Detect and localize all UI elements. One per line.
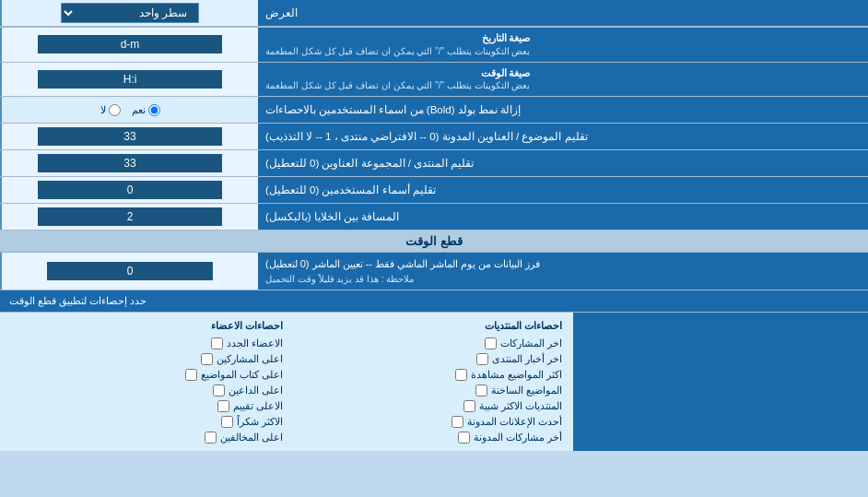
cell-spacing-input[interactable] bbox=[38, 207, 222, 226]
time-cut-section-title: قطع الوقت bbox=[405, 234, 463, 248]
radio-no-label: لا bbox=[100, 104, 121, 116]
checkbox-item-top-rated: الاعلى تقييم bbox=[11, 400, 283, 412]
members-stats-col: احصاءات الاعضاء الاعضاء الجدد اعلى المشا… bbox=[7, 316, 287, 447]
time-format-sub-label: بعض التكوينات يتطلب "/" التي يمكن ان تضا… bbox=[265, 79, 530, 92]
forum-titles-input-cell bbox=[0, 150, 258, 176]
date-format-input[interactable] bbox=[38, 35, 222, 53]
time-format-input-cell bbox=[0, 63, 258, 97]
forum-stats-header: احصاءات المنتديات bbox=[290, 320, 562, 332]
checkbox-top-violators[interactable] bbox=[205, 432, 217, 444]
members-stats-header: احصاءات الاعضاء bbox=[11, 320, 283, 332]
cell-spacing-input-cell bbox=[0, 204, 258, 230]
bold-remove-no-radio[interactable] bbox=[109, 104, 121, 116]
time-cut-section-header: قطع الوقت bbox=[0, 231, 868, 253]
time-format-input[interactable] bbox=[38, 70, 222, 89]
checkbox-item-top-violators: اعلى المخالفين bbox=[11, 432, 283, 444]
topic-titles-label-text: تقليم الموضوع / العناوين المدونة (0 -- ا… bbox=[265, 129, 588, 144]
display-select[interactable]: سطر واحد سطرين ثلاثة أسطر bbox=[61, 3, 199, 23]
usernames-label: تقليم أسماء المستخدمين (0 للتعطيل) bbox=[258, 177, 868, 203]
checkbox-most-viewed[interactable] bbox=[455, 369, 467, 381]
stats-checkboxes-container: احصاءات المنتديات اخر المشاركات اخر أخبا… bbox=[0, 313, 573, 451]
stats-apply-label-text: حدد إحصاءات لتطبيق قطع الوقت bbox=[9, 295, 147, 307]
time-cut-label: فرز البيانات من يوم الماشر الماشي فقط --… bbox=[258, 253, 868, 290]
time-cut-main-label: فرز البيانات من يوم الماشر الماشي فقط --… bbox=[265, 256, 540, 272]
checkbox-item-similar-forums: المنتديات الاكثر شبية bbox=[290, 400, 562, 412]
header-row: العرض سطر واحد سطرين ثلاثة أسطر bbox=[0, 0, 868, 28]
time-cut-input-cell bbox=[0, 253, 258, 290]
cell-spacing-label-text: المسافة بين الخلايا (بالبكسل) bbox=[265, 209, 399, 224]
stats-side-label bbox=[573, 313, 868, 451]
bold-remove-label: إزالة نمط بولد (Bold) من اسماء المستخدمي… bbox=[258, 97, 868, 123]
checkbox-top-inviters-label: اعلى الداعين bbox=[229, 385, 283, 396]
topic-titles-input[interactable] bbox=[38, 127, 222, 146]
checkbox-forum-news-label: اخر أخبار المنتدى bbox=[492, 353, 562, 365]
checkbox-forum-news[interactable] bbox=[476, 353, 488, 365]
checkbox-top-writers[interactable] bbox=[185, 369, 197, 381]
checkbox-last-posts[interactable] bbox=[485, 337, 497, 349]
time-cut-input[interactable] bbox=[47, 262, 213, 280]
checkbox-latest-announcements[interactable] bbox=[452, 416, 463, 428]
checkbox-top-rated[interactable] bbox=[217, 400, 229, 412]
date-format-row: صيغة التاريخ بعض التكوينات يتطلب "/" الت… bbox=[0, 28, 868, 63]
stats-section: احصاءات المنتديات اخر المشاركات اخر أخبا… bbox=[0, 313, 868, 451]
forum-titles-input[interactable] bbox=[38, 154, 222, 172]
checkbox-hot-topics[interactable] bbox=[475, 385, 487, 396]
usernames-row: تقليم أسماء المستخدمين (0 للتعطيل) bbox=[0, 177, 868, 204]
date-format-sub-label: بعض التكوينات يتطلب "/" التي يمكن ان تضا… bbox=[265, 45, 530, 58]
radio-no-text: لا bbox=[100, 104, 106, 116]
checkbox-item-hot-topics: المواضيع الساخنة bbox=[290, 385, 562, 396]
checkbox-top-posters-label: اعلى المشاركين bbox=[217, 353, 283, 365]
cell-spacing-row: المسافة بين الخلايا (بالبكسل) bbox=[0, 204, 868, 231]
checkbox-item-most-thanks: الاكثر شكراً bbox=[11, 416, 283, 428]
checkbox-last-posts-label: اخر المشاركات bbox=[500, 337, 562, 349]
checkbox-item-top-inviters: اعلى الداعين bbox=[11, 385, 283, 396]
topic-titles-row: تقليم الموضوع / العناوين المدونة (0 -- ا… bbox=[0, 124, 868, 150]
checkbox-latest-announcements-label: أحدث الإعلانات المدونة bbox=[467, 416, 562, 428]
checkbox-item-most-viewed: اكثر المواضيع مشاهدة bbox=[290, 369, 562, 381]
checkbox-new-members[interactable] bbox=[211, 337, 223, 349]
header-label: العرض bbox=[258, 0, 868, 26]
checkbox-item-top-posters: اعلى المشاركين bbox=[11, 353, 283, 365]
usernames-input[interactable] bbox=[38, 181, 222, 199]
checkbox-most-thanks[interactable] bbox=[221, 416, 233, 428]
checkbox-new-members-label: الاعضاء الجدد bbox=[227, 337, 283, 349]
main-container: العرض سطر واحد سطرين ثلاثة أسطر صيغة الت… bbox=[0, 0, 868, 451]
checkbox-item-blog-posts: أخر مشاركات المدونة bbox=[290, 432, 562, 444]
topic-titles-label: تقليم الموضوع / العناوين المدونة (0 -- ا… bbox=[258, 124, 868, 149]
checkbox-most-thanks-label: الاكثر شكراً bbox=[237, 416, 283, 428]
checkbox-item-new-members: الاعضاء الجدد bbox=[11, 337, 283, 349]
checkbox-blog-posts[interactable] bbox=[458, 432, 470, 444]
checkbox-similar-forums[interactable] bbox=[463, 400, 475, 412]
usernames-label-text: تقليم أسماء المستخدمين (0 للتعطيل) bbox=[265, 183, 436, 197]
bold-remove-radio-cell: نعم لا bbox=[0, 97, 258, 123]
date-format-label: صيغة التاريخ بعض التكوينات يتطلب "/" الت… bbox=[258, 28, 868, 62]
usernames-input-cell bbox=[0, 177, 258, 203]
checkbox-top-writers-label: اعلى كتاب المواضيع bbox=[201, 369, 283, 381]
forum-stats-col: احصاءات المنتديات اخر المشاركات اخر أخبا… bbox=[287, 316, 566, 447]
checkbox-item-top-writers: اعلى كتاب المواضيع bbox=[11, 369, 283, 381]
checkbox-hot-topics-label: المواضيع الساخنة bbox=[491, 385, 562, 396]
date-format-main-label: صيغة التاريخ bbox=[265, 31, 530, 45]
bold-remove-yes-radio[interactable] bbox=[148, 104, 160, 116]
stats-apply-label-row: حدد إحصاءات لتطبيق قطع الوقت bbox=[0, 290, 868, 313]
forum-titles-label: تقليم المنتدى / المجموعة العناوين (0 للت… bbox=[258, 150, 868, 176]
bold-remove-row: إزالة نمط بولد (Bold) من اسماء المستخدمي… bbox=[0, 97, 868, 124]
checkbox-most-viewed-label: اكثر المواضيع مشاهدة bbox=[471, 369, 562, 381]
checkbox-similar-forums-label: المنتديات الاكثر شبية bbox=[479, 400, 562, 412]
header-label-text: العرض bbox=[265, 6, 298, 19]
checkbox-top-posters[interactable] bbox=[201, 353, 213, 365]
time-format-label: صيغة الوقت بعض التكوينات يتطلب "/" التي … bbox=[258, 63, 868, 97]
checkbox-top-inviters[interactable] bbox=[213, 385, 225, 396]
time-cut-sub-label: ملاحظة : هذا قد يزيد قليلاً وقت التحميل bbox=[265, 272, 414, 286]
cell-spacing-label: المسافة بين الخلايا (بالبكسل) bbox=[258, 204, 868, 230]
checkbox-item-forum-news: اخر أخبار المنتدى bbox=[290, 353, 562, 365]
header-select-area: سطر واحد سطرين ثلاثة أسطر bbox=[0, 0, 258, 26]
radio-yes-text: نعم bbox=[132, 104, 146, 116]
time-format-main-label: صيغة الوقت bbox=[265, 66, 530, 80]
bold-remove-label-text: إزالة نمط بولد (Bold) من اسماء المستخدمي… bbox=[265, 102, 521, 117]
forum-titles-label-text: تقليم المنتدى / المجموعة العناوين (0 للت… bbox=[265, 156, 474, 171]
time-format-row: صيغة الوقت بعض التكوينات يتطلب "/" التي … bbox=[0, 63, 868, 98]
radio-yes-label: نعم bbox=[132, 104, 160, 116]
checkbox-blog-posts-label: أخر مشاركات المدونة bbox=[474, 432, 562, 444]
topic-titles-input-cell bbox=[0, 124, 258, 149]
